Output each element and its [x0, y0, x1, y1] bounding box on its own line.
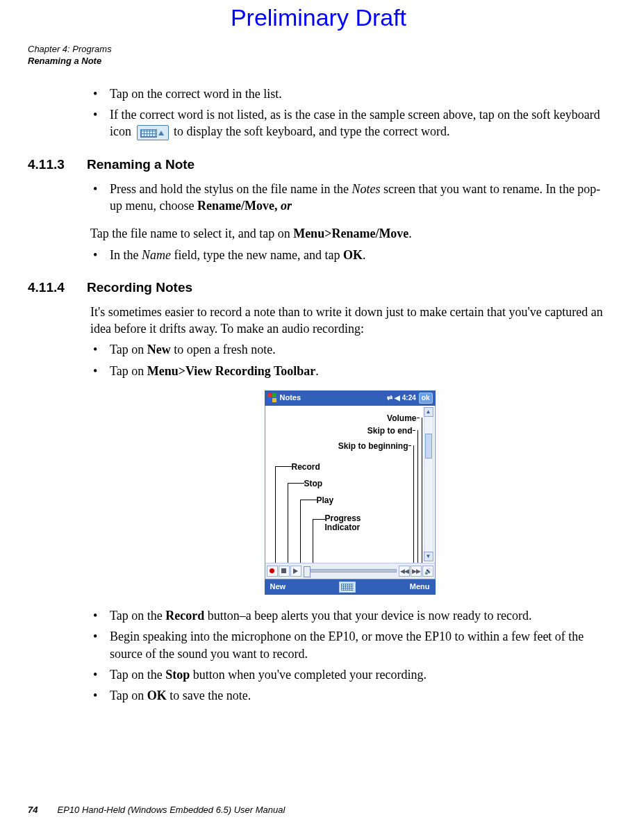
section-number: 4.11.4	[28, 279, 87, 297]
text: Tap on	[110, 689, 147, 702]
bold-text: Menu>Rename/Move	[293, 227, 408, 240]
section-heading-renaming: 4.11.3Renaming a Note	[28, 156, 609, 174]
section-number: 4.11.3	[28, 156, 87, 174]
softkey-menu[interactable]: Menu	[410, 582, 430, 592]
stop-button[interactable]	[279, 566, 290, 577]
text: Press and hold the stylus on the file na…	[110, 182, 351, 196]
intro-paragraph: It's sometimes easier to record a note t…	[90, 304, 609, 338]
ok-button[interactable]: ok	[419, 393, 433, 404]
label-play: Play	[317, 495, 334, 506]
bold-italic-text: or	[281, 199, 292, 213]
page-number: 74	[28, 805, 38, 815]
label-stop: Stop	[304, 478, 323, 489]
bold-text: OK	[343, 248, 363, 262]
section-line: Renaming a Note	[28, 56, 609, 67]
bold-text: New	[147, 343, 171, 356]
softkey-new[interactable]: New	[270, 582, 286, 592]
notes-app-screenshot: Notes ⇄ ◀︎ 4:24 ok ▲	[265, 390, 436, 595]
sip-keyboard-icon[interactable]	[339, 582, 356, 593]
running-header: Chapter 4: Programs Renaming a Note	[28, 44, 609, 67]
app-title: Notes	[280, 393, 301, 403]
bullet-item: Tap on Menu>View Recording Toolbar.	[90, 363, 609, 379]
label-skip-begin: Skip to beginning	[338, 440, 408, 452]
text: Indicator	[325, 523, 361, 532]
bullet-item: Tap on the correct word in the list.	[90, 85, 609, 102]
bold-text: OK	[147, 689, 167, 702]
titlebar: Notes ⇄ ◀︎ 4:24 ok	[265, 390, 436, 406]
text: field, type the new name, and tap	[171, 248, 343, 262]
bold-text: Stop	[165, 668, 190, 682]
bullet-item: Begin speaking into the microphone on th…	[90, 628, 609, 662]
text: Tap on	[110, 343, 147, 356]
text: to save the note.	[167, 689, 251, 702]
text: Tap the file name to select it, and tap …	[90, 227, 293, 240]
bullet-item: If the correct word is not listed, as is…	[90, 106, 609, 140]
bullet-item: In the Name field, type the new name, an…	[90, 247, 609, 263]
section-title: Recording Notes	[87, 280, 192, 295]
bold-text: Menu>View Recording Toolbar	[147, 364, 316, 378]
text: Tap on the	[110, 668, 165, 682]
bullet-item: Press and hold the stylus on the file na…	[90, 181, 609, 215]
start-icon[interactable]	[267, 393, 277, 403]
page-footer: 74EP10 Hand-Held (Windows Embedded 6.5) …	[28, 805, 285, 815]
progress-thumb[interactable]	[304, 566, 311, 577]
label-record: Record	[292, 461, 320, 472]
skip-to-end-button[interactable]: ▶▶	[411, 566, 422, 577]
text: .	[363, 248, 366, 262]
label-skip-end: Skip to end	[367, 425, 413, 436]
progress-slider[interactable]	[304, 566, 397, 577]
section-title: Renaming a Note	[87, 157, 195, 172]
italic-text: Notes	[351, 182, 380, 196]
text: Tap on	[110, 364, 147, 378]
vertical-scrollbar[interactable]: ▲ ▼	[424, 407, 433, 561]
section-heading-recording: 4.11.4Recording Notes	[28, 279, 609, 297]
manual-title: EP10 Hand-Held (Windows Embedded 6.5) Us…	[57, 805, 285, 815]
text: button–a beep alerts you that your devic…	[204, 609, 531, 623]
text: Begin speaking into the microphone on th…	[110, 629, 584, 660]
scroll-up-button[interactable]: ▲	[424, 407, 433, 417]
connectivity-icon: ⇄	[387, 393, 392, 403]
keyboard-icon	[137, 125, 169, 140]
text: .	[315, 364, 319, 378]
text: In the	[110, 248, 142, 262]
chapter-line: Chapter 4: Programs	[28, 44, 609, 56]
scroll-track[interactable]	[424, 417, 433, 552]
text: to open a fresh note.	[171, 343, 276, 356]
bold-text: Rename/Move,	[197, 199, 281, 213]
note-canvas[interactable]: ▲ ▼ Volume Skip to end Skip to beginning	[265, 406, 436, 563]
pre-figure-bullets: Tap on New to open a fresh note. Tap on …	[90, 341, 609, 379]
text: .	[408, 227, 412, 240]
paragraph: Tap the file name to select it, and tap …	[90, 225, 609, 242]
bullet-text: to display the soft keyboard, and type t…	[174, 124, 449, 138]
scroll-thumb[interactable]	[425, 434, 432, 459]
bold-text: Record	[165, 609, 204, 623]
intro-bullets: Tap on the correct word in the list. If …	[90, 85, 609, 140]
text: Tap on the	[110, 609, 165, 623]
recording-toolbar: ◀◀ ▶▶ 🔊	[265, 563, 436, 579]
italic-text: Name	[142, 248, 171, 262]
record-button[interactable]	[267, 566, 278, 577]
clock-text: 4:24	[402, 393, 416, 403]
status-area: ⇄ ◀︎ 4:24	[387, 393, 416, 403]
bullet-text: Tap on the correct word in the list.	[110, 87, 282, 101]
text: button when you've completed your record…	[190, 668, 427, 682]
volume-button[interactable]: 🔊	[422, 566, 433, 577]
post-figure-bullets: Tap on the Record button–a beep alerts y…	[90, 607, 609, 704]
skip-to-beginning-button[interactable]: ◀◀	[399, 566, 410, 577]
watermark-text: Preliminary Draft	[28, 0, 609, 31]
scroll-down-button[interactable]: ▼	[424, 552, 433, 561]
label-volume: Volume	[387, 413, 416, 424]
bullet-item: Tap on the Stop button when you've compl…	[90, 666, 609, 683]
bullet-item: Tap on the Record button–a beep alerts y…	[90, 607, 609, 624]
bullet-item: Tap on New to open a fresh note.	[90, 341, 609, 358]
soft-key-bar: New Menu	[265, 579, 436, 595]
label-progress: Progress Indicator	[325, 514, 361, 532]
play-button[interactable]	[290, 566, 301, 577]
speaker-icon: ◀︎	[395, 393, 400, 403]
bullet-item: Tap on OK to save the note.	[90, 687, 609, 704]
